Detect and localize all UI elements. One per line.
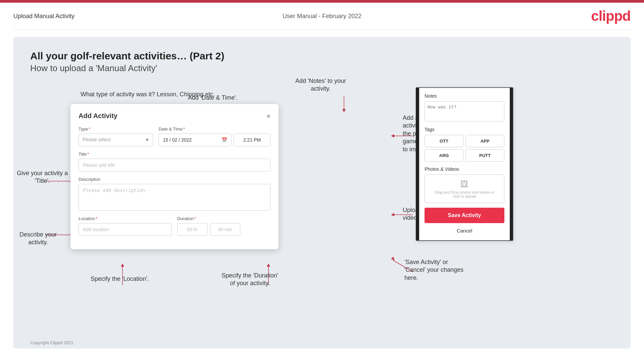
svg-marker-18 [342, 109, 346, 112]
location-label: Location* [79, 216, 172, 221]
form-row-location-duration: Location* Duration* [79, 216, 270, 236]
phone-panel: Notes Tags OTT APP ARG PUTT Photos & Vid… [416, 87, 513, 241]
duration-min-input[interactable] [210, 223, 240, 236]
title-label: Title* [79, 152, 270, 157]
duration-inputs [177, 223, 270, 236]
duration-group: Duration* [177, 216, 270, 236]
type-group: Type* ▼ Please select [79, 126, 153, 146]
annotation-describe: Describe youractivity. [19, 231, 57, 247]
photos-drop-text: Drag and Drop photos and videos orclick … [435, 190, 494, 198]
title-input[interactable] [79, 159, 270, 171]
add-activity-modal: Add Activity × Type* ▼ Please select [70, 104, 279, 249]
svg-marker-24 [391, 257, 395, 260]
header-divider [13, 30, 631, 30]
annotation-duration: Specify the 'Duration'of your activity. [221, 272, 278, 288]
datetime-label: Date & Time* [158, 126, 270, 132]
svg-marker-22 [391, 213, 394, 216]
cancel-button[interactable]: Cancel [425, 226, 504, 235]
section-title-main: All your golf-relevant activities… (Part… [30, 50, 224, 62]
annotation-notes: Add 'Notes' to youractivity. [295, 77, 346, 93]
type-label: Type* [79, 126, 153, 132]
description-label: Description [79, 177, 270, 182]
svg-marker-13 [121, 263, 124, 267]
modal-header: Add Activity × [79, 112, 270, 120]
time-input[interactable]: 2:21 PM [234, 134, 270, 146]
title-group: Title* [79, 152, 270, 171]
header-subtitle: User Manual - February 2022 [283, 13, 361, 20]
location-input[interactable] [79, 223, 172, 236]
duration-hr-input[interactable] [177, 223, 207, 236]
section-title-block: All your golf-relevant activities… (Part… [30, 50, 224, 73]
top-bar [0, 0, 644, 3]
save-activity-button[interactable]: Save Activity [425, 208, 504, 223]
page-title: Upload Manual Activity [13, 13, 75, 20]
annotation-location: Specify the 'Location'. [91, 275, 149, 283]
date-input[interactable]: 15 / 02 / 2022 📅 [158, 134, 232, 146]
duration-label: Duration* [177, 216, 270, 221]
datetime-group: Date & Time* 15 / 02 / 2022 📅 2:21 PM [158, 126, 270, 146]
photos-label: Photos & Videos [425, 166, 504, 172]
tags-grid: OTT APP ARG PUTT [425, 135, 504, 162]
svg-marker-16 [267, 263, 270, 267]
annotation-give-title: Give your activity a'Title'. [17, 169, 68, 185]
location-group: Location* [79, 216, 172, 236]
datetime-inputs: 15 / 02 / 2022 📅 2:21 PM [158, 134, 270, 146]
tag-arg[interactable]: ARG [425, 149, 463, 162]
description-group: Description [79, 177, 270, 211]
modal-close-button[interactable]: × [266, 113, 270, 119]
main-content: All your golf-relevant activities… (Part… [13, 37, 631, 349]
annotation-save: 'Save Activity' or'Cancel' your changesh… [404, 258, 463, 282]
tags-section-label: Tags [425, 127, 504, 132]
type-select-wrapper: ▼ Please select [79, 134, 153, 146]
calendar-icon: 📅 [221, 137, 227, 143]
section-title-sub: How to upload a 'Manual Activity' [30, 63, 224, 73]
tag-app[interactable]: APP [465, 135, 504, 147]
svg-marker-20 [391, 134, 394, 138]
photos-drop-zone[interactable]: 🖼 Drag and Drop photos and videos orclic… [425, 174, 504, 203]
logo: clippd [591, 8, 631, 24]
modal-title: Add Activity [79, 112, 117, 120]
photo-icon: 🖼 [460, 179, 468, 189]
copyright: Copyright Clippd 2021 [30, 340, 73, 345]
type-select[interactable] [79, 134, 153, 146]
tag-ott[interactable]: OTT [425, 135, 463, 147]
annotation-date-time: Add 'Date & Time'. [188, 94, 238, 102]
notes-section-label: Notes [425, 93, 504, 99]
header: Upload Manual Activity User Manual - Feb… [0, 3, 644, 30]
notes-textarea[interactable] [425, 101, 504, 121]
description-textarea[interactable] [79, 184, 270, 211]
form-row-type-datetime: Type* ▼ Please select Date & Time* 15 / … [79, 126, 270, 146]
tag-putt[interactable]: PUTT [465, 149, 504, 162]
